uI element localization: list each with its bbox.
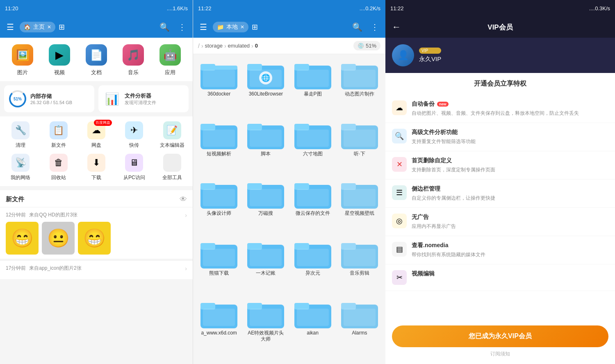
tool-clean[interactable]: 🔧 清理 xyxy=(4,121,37,149)
folder-script[interactable]: 脚本 xyxy=(244,118,287,175)
svg-rect-3 xyxy=(203,70,235,87)
search-icon-2[interactable]: 🔍 xyxy=(350,20,365,34)
folder-name-weiyun: 微云保存的文件 xyxy=(296,210,330,217)
folder-map[interactable]: 六寸地图 xyxy=(291,118,335,175)
folder-name-panda: 熊猫下载 xyxy=(209,270,229,277)
tool-all[interactable]: 全部工具 xyxy=(156,154,189,181)
tool-network[interactable]: 📡 我的网络 xyxy=(4,154,37,181)
eye-icon[interactable]: 👁 xyxy=(180,195,187,204)
disk-percent: 51% xyxy=(366,43,376,49)
cat-docs[interactable]: 📄 文档 xyxy=(86,44,107,76)
sidebar-feat-name: 侧边栏管理 xyxy=(412,185,608,193)
folder-icon-baozouP xyxy=(294,61,331,89)
root-sep[interactable]: / xyxy=(198,43,200,49)
folder-gif[interactable]: 动态图片制作 xyxy=(338,58,381,115)
folder-wanci[interactable]: 万磁搜 xyxy=(244,177,287,234)
tool-newfile[interactable]: 📋 新文件 xyxy=(42,121,75,149)
folder-icon-gif xyxy=(341,61,378,89)
folder-awww[interactable]: a_www.x6d.com xyxy=(197,297,241,360)
backup-icon: ☁ xyxy=(392,100,407,115)
download-icon: ⬇ xyxy=(87,154,105,172)
folder-musiccut[interactable]: 音乐剪辑 xyxy=(338,237,381,294)
svg-rect-23 xyxy=(297,130,329,147)
folder-baozouP[interactable]: 暴走P图 xyxy=(291,58,335,115)
subscription-link[interactable]: 订阅须知 xyxy=(392,350,608,357)
cat-music-icon: 🎵 xyxy=(123,44,144,66)
vip-badge: VIP xyxy=(419,48,441,54)
folder-aikan[interactable]: aikan xyxy=(291,297,335,360)
folder-icon-tingxia xyxy=(341,121,378,149)
vip-action-button[interactable]: 您已成为永久VIP会员 xyxy=(392,325,608,347)
folder-icon-360browser: 🌐 xyxy=(247,61,284,89)
sidebar-feat-desc: 自定义你的专属侧边栏，让操作更快捷 xyxy=(412,194,608,202)
folder-tingxia[interactable]: 听·下 xyxy=(338,118,381,175)
breadcrumb-storage[interactable]: storage xyxy=(205,43,223,49)
backup-text: 自动备份 new 自动把图片、视频、音频、文件夹保存到云盘，释放本地空间，防止文… xyxy=(412,100,608,117)
folder-alarms[interactable]: Alarms xyxy=(338,297,381,360)
network-icon: 📡 xyxy=(11,154,30,172)
videoeditor-feat-icon: ✂ xyxy=(392,270,407,285)
tool-trash[interactable]: 🗑 回收站 xyxy=(42,154,75,181)
folder-icon-shortvideo xyxy=(200,121,237,149)
cat-apps-label: 应用 xyxy=(165,69,175,76)
folder-yiciyuan[interactable]: 异次元 xyxy=(291,237,335,294)
folder-panda[interactable]: 熊猫下载 xyxy=(197,237,241,294)
search-icon-1[interactable]: 🔍 xyxy=(157,20,172,34)
thumb-3[interactable]: 😁 xyxy=(78,222,111,255)
folder-weiyun[interactable]: 微云保存的文件 xyxy=(291,177,335,234)
more-icon-1[interactable]: ⋮ xyxy=(175,20,189,34)
folder-360docker[interactable]: 360docker xyxy=(197,58,241,115)
transfer-icon: ✈ xyxy=(125,121,143,139)
internal-storage-card[interactable]: 51% 内部存储 26.32 GB / 51.54 GB xyxy=(4,85,94,112)
cat-music[interactable]: 🎵 音乐 xyxy=(123,44,144,76)
newfile-icon: 📋 xyxy=(50,121,68,139)
svg-rect-37 xyxy=(341,183,356,190)
add-tab-icon[interactable]: ⊞ xyxy=(59,23,65,32)
folder-wallpaper[interactable]: 星空视频壁纸 xyxy=(338,177,381,234)
vip-user-info: VIP 永久VIP xyxy=(419,48,441,63)
storage-info: 内部存储 26.32 GB / 51.54 GB xyxy=(30,93,89,105)
homepage-feat-icon: ✕ xyxy=(392,157,407,172)
back-button[interactable]: ← xyxy=(392,22,401,32)
vip-feature-noad: ◎ 无广告 应用内不再显示广告 xyxy=(385,208,615,236)
backup-label: 自动备份 xyxy=(412,100,435,108)
thumb-1[interactable]: 😁 xyxy=(6,222,39,255)
menu-icon-1[interactable]: ☰ xyxy=(4,20,16,34)
folder-name-wanci: 万磁搜 xyxy=(258,210,273,217)
folder-name-360browser: 360LiteBrowser xyxy=(249,91,283,98)
cat-images[interactable]: 🖼️ 图片 xyxy=(12,44,33,76)
tool-pc[interactable]: 🖥 从PC访问 xyxy=(118,154,150,181)
cat-apps[interactable]: 🤖 应用 xyxy=(159,44,181,76)
storage-size: 26.32 GB / 51.54 GB xyxy=(30,100,89,105)
home-tab[interactable]: 🏠 主页 ✕ xyxy=(20,22,55,32)
signal-2: ....0.2K/s xyxy=(360,5,380,11)
newfile-label: 新文件 xyxy=(51,142,66,149)
folder-avatar[interactable]: 头像设计师 xyxy=(197,177,241,234)
add-tab-icon-2[interactable]: ⊞ xyxy=(252,23,258,32)
folder-yimu[interactable]: 一木记账 xyxy=(244,237,287,294)
folder-360browser[interactable]: 🌐 360LiteBrowser xyxy=(244,58,287,115)
analyzer-card[interactable]: 📊 文件分析器 发现可清理文件 xyxy=(98,85,189,112)
breadcrumb-0[interactable]: 0 xyxy=(255,43,258,49)
close-tab-1[interactable]: ✕ xyxy=(47,24,51,30)
tool-download[interactable]: ⬇ 下载 xyxy=(80,154,113,181)
folder-shortvideo[interactable]: 短视频解析 xyxy=(197,118,241,175)
more-icon-2[interactable]: ⋮ xyxy=(368,20,381,34)
local-tab[interactable]: 📁 本地 ✕ xyxy=(213,22,248,32)
tool-transfer[interactable]: ✈ 快传 xyxy=(118,121,150,149)
vip-time: 11:22 xyxy=(390,5,404,11)
new-files-header: 新文件 👁 xyxy=(0,190,193,207)
editor-label: 文本编辑器 xyxy=(160,142,184,149)
thumb-2[interactable]: 😐 xyxy=(42,222,75,255)
breadcrumb-emulated[interactable]: emulated xyxy=(228,43,250,49)
close-tab-2[interactable]: ✕ xyxy=(240,24,244,30)
folder-icon-yimu xyxy=(247,240,284,268)
menu-icon-2[interactable]: ☰ xyxy=(197,20,210,34)
tool-cloud[interactable]: ☁ 百度网盘 网盘 xyxy=(80,121,113,149)
folder-icon-awww xyxy=(200,300,237,328)
tool-editor[interactable]: 📝 文本编辑器 xyxy=(156,121,189,149)
folder-ae[interactable]: AE特效视频片头大师 xyxy=(244,297,287,360)
svg-rect-29 xyxy=(203,189,235,206)
time-1: 11:20 xyxy=(5,5,18,11)
cat-video[interactable]: ▶ 视频 xyxy=(49,44,70,76)
